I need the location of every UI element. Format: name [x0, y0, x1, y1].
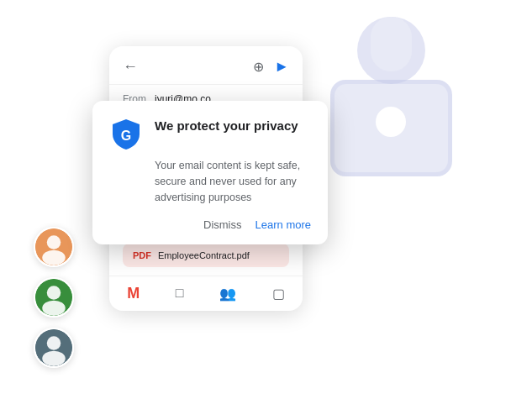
back-button[interactable]: ← [123, 58, 138, 76]
attachment-filename: EmployeeContract.pdf [158, 250, 250, 260]
svg-text:G: G [121, 129, 131, 143]
meet-icon[interactable]: 👥 [219, 286, 236, 302]
g-shield-icon: G [109, 118, 143, 151]
background-lock-icon [313, 8, 469, 188]
avatar-3 [34, 328, 74, 368]
popup-actions: Dismiss Learn more [109, 218, 311, 231]
learn-more-button[interactable]: Learn more [256, 218, 311, 231]
attach-icon: ⊕ [253, 59, 264, 75]
svg-rect-1 [371, 17, 412, 71]
privacy-popup: G We protect your privacy Your email con… [92, 101, 328, 244]
video-icon[interactable]: ▢ [272, 286, 285, 302]
avatar-1 [34, 227, 74, 267]
dismiss-button[interactable]: Dismiss [203, 218, 242, 231]
pdf-icon: PDF [133, 250, 151, 260]
avatar-2 [34, 277, 74, 318]
svg-point-12 [47, 336, 61, 350]
gmail-icon[interactable]: M [127, 285, 140, 302]
svg-point-10 [42, 301, 66, 316]
svg-point-4 [376, 107, 406, 137]
popup-title: We protect your privacy [155, 118, 298, 134]
chat-icon[interactable]: □ [176, 286, 184, 301]
svg-point-7 [42, 250, 66, 265]
popup-body: Your email content is kept safe, secure … [109, 158, 311, 205]
popup-header: G We protect your privacy [109, 118, 311, 151]
avatar-list [34, 227, 74, 368]
svg-point-9 [47, 286, 61, 300]
svg-point-6 [47, 235, 61, 249]
bottom-nav: M □ 👥 ▢ [109, 276, 303, 311]
svg-point-13 [42, 351, 66, 366]
scene: ← ⊕ ► From jyuri@mo.co See Just Bloomed … [0, 0, 511, 420]
attachment-row[interactable]: PDF EmployeeContract.pdf [123, 244, 289, 267]
email-header: ← ⊕ ► [109, 46, 303, 85]
send-button[interactable]: ► [274, 58, 289, 76]
